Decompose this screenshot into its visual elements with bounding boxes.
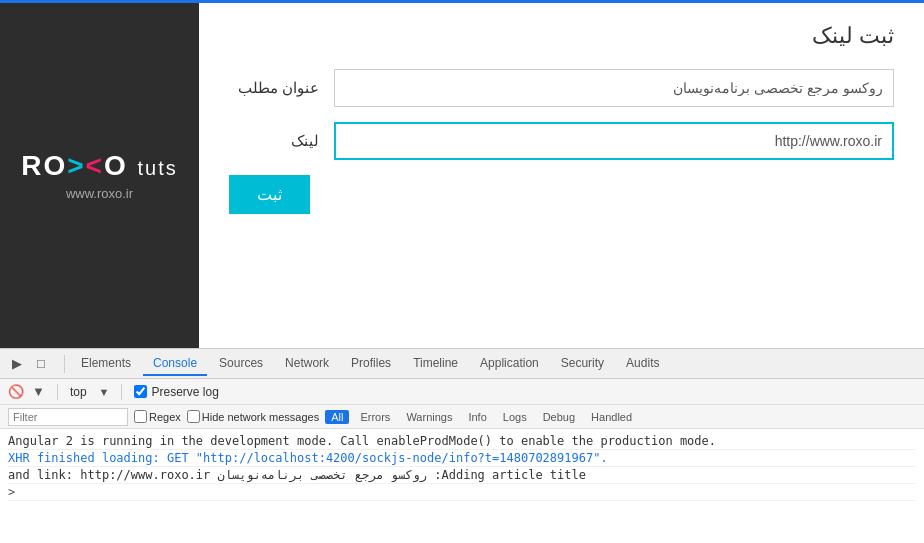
- clear-console-icon[interactable]: 🚫: [8, 384, 24, 399]
- tab-timeline[interactable]: Timeline: [403, 352, 468, 376]
- title-label: عنوان مطلب: [229, 79, 319, 97]
- logo-text: RO><O tuts: [21, 150, 178, 182]
- logo-arrow-right: <: [86, 150, 104, 181]
- context-selector[interactable]: top: [70, 385, 87, 399]
- logo-area: RO><O tuts www.roxo.ir: [21, 150, 178, 201]
- devtools-toolbar: 🚫 ▼ top ▼ Preserve log: [0, 379, 924, 405]
- logo-url: www.roxo.ir: [21, 186, 178, 201]
- tab-application[interactable]: Application: [470, 352, 549, 376]
- logs-filter-button[interactable]: Logs: [498, 410, 532, 424]
- console-filter-input[interactable]: [8, 408, 128, 426]
- console-line-3: Adding article title: روکسو مرجع تخصصی ب…: [8, 467, 916, 484]
- warnings-filter-button[interactable]: Warnings: [401, 410, 457, 424]
- cursor-icon[interactable]: ▶: [8, 355, 26, 373]
- tab-elements[interactable]: Elements: [71, 352, 141, 376]
- devtools-icons: ▶ □: [8, 355, 50, 373]
- link-label: لینک: [229, 132, 319, 150]
- logo-ro: RO: [21, 150, 67, 181]
- main-area: RO><O tuts www.roxo.ir ثبت لینک عنوان مط…: [0, 3, 924, 348]
- tab-audits[interactable]: Audits: [616, 352, 669, 376]
- tab-network[interactable]: Network: [275, 352, 339, 376]
- tab-security[interactable]: Security: [551, 352, 614, 376]
- link-row: لینک: [229, 122, 894, 160]
- hide-network-checkbox[interactable]: [187, 410, 200, 423]
- preserve-log-label: Preserve log: [134, 385, 218, 399]
- title-input[interactable]: [334, 69, 894, 107]
- tab-sources[interactable]: Sources: [209, 352, 273, 376]
- tab-profiles[interactable]: Profiles: [341, 352, 401, 376]
- devtools-tabs: ▶ □ Elements Console Sources Network Pro…: [0, 349, 924, 379]
- regex-checkbox[interactable]: [134, 410, 147, 423]
- tab-separator: [64, 355, 65, 373]
- regex-label: Regex: [134, 410, 181, 423]
- console-line-2: XHR finished loading: GET "http://localh…: [8, 450, 916, 467]
- logo-tuts: tuts: [138, 157, 178, 179]
- devtools-console: Angular 2 is running in the development …: [0, 429, 924, 543]
- console-line-1: Angular 2 is running in the development …: [8, 433, 916, 450]
- submit-row: ثبت: [229, 175, 894, 214]
- errors-filter-button[interactable]: Errors: [355, 410, 395, 424]
- tab-console[interactable]: Console: [143, 352, 207, 376]
- all-filter-button[interactable]: All: [325, 410, 349, 424]
- devtools-filter-row: Regex Hide network messages All Errors W…: [0, 405, 924, 429]
- filter-icon[interactable]: ▼: [32, 384, 45, 399]
- context-dropdown-icon[interactable]: ▼: [99, 386, 110, 398]
- console-prompt[interactable]: >: [8, 484, 916, 501]
- title-row: عنوان مطلب: [229, 69, 894, 107]
- inspect-icon[interactable]: □: [32, 355, 50, 373]
- debug-filter-button[interactable]: Debug: [538, 410, 580, 424]
- toolbar-separator2: [121, 384, 122, 400]
- content-area: ثبت لینک عنوان مطلب لینک ثبت: [199, 3, 924, 348]
- form-title: ثبت لینک: [229, 23, 894, 49]
- toolbar-separator: [57, 384, 58, 400]
- handled-filter-button[interactable]: Handled: [586, 410, 637, 424]
- preserve-log-checkbox[interactable]: [134, 385, 147, 398]
- sidebar: RO><O tuts www.roxo.ir: [0, 3, 199, 348]
- hide-network-label: Hide network messages: [187, 410, 319, 423]
- submit-button[interactable]: ثبت: [229, 175, 310, 214]
- logo-o: O: [104, 150, 128, 181]
- link-input[interactable]: [334, 122, 894, 160]
- info-filter-button[interactable]: Info: [463, 410, 491, 424]
- logo-arrow-left: >: [67, 150, 85, 181]
- devtools-panel: ▶ □ Elements Console Sources Network Pro…: [0, 348, 924, 543]
